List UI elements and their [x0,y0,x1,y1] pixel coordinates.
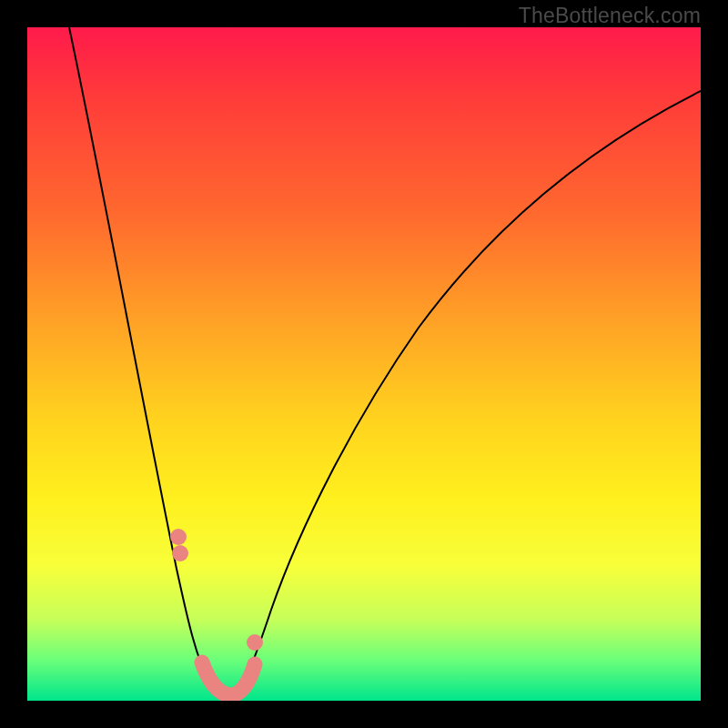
chart-overlay [27,27,701,701]
bottleneck-curve [69,27,701,698]
marker-dot [247,634,263,651]
marker-valley-path [202,662,255,695]
marker-dot [172,545,188,561]
chart-frame: TheBottleneck.com [0,0,728,728]
marker-dot [170,529,187,545]
attribution-text: TheBottleneck.com [519,4,701,28]
plot-area [27,27,701,701]
